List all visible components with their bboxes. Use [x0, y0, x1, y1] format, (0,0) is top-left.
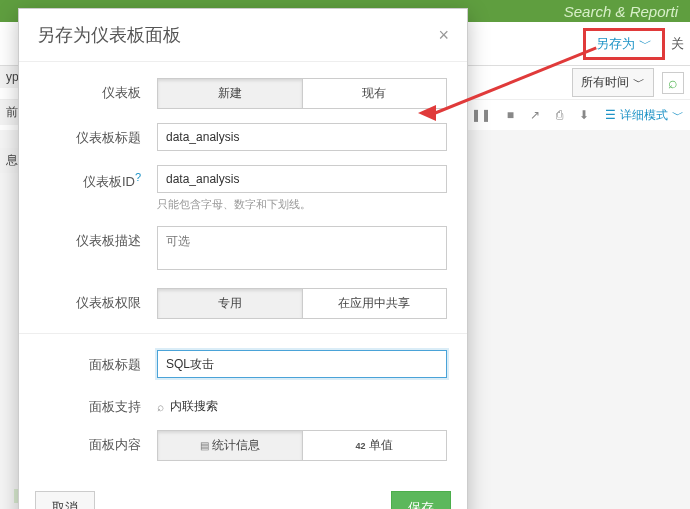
dashboard-id-hint: 只能包含字母、数字和下划线。: [157, 197, 447, 212]
modal-body: 仪表板 新建 现有 仪表板标题 仪表板ID? 只能包含字母、数字和下划线。 仪表…: [19, 62, 467, 481]
panel-support-text: 内联搜索: [170, 398, 218, 415]
share-icon[interactable]: ↗: [530, 108, 540, 122]
label-dash-perm: 仪表板权限: [39, 288, 157, 312]
seg-content-single[interactable]: 42 单值: [303, 430, 448, 461]
save-as-label: 另存为: [596, 35, 635, 53]
search-button[interactable]: ⌕: [662, 72, 684, 94]
print-icon[interactable]: ⎙: [556, 108, 563, 122]
detail-mode-label: 详细模式: [620, 107, 668, 124]
close-icon: ×: [438, 25, 449, 45]
panel-title-input[interactable]: [157, 350, 447, 378]
search-icon: ⌕: [157, 400, 164, 414]
seg-perm-private[interactable]: 专用: [157, 288, 303, 319]
seg-dashboard-existing[interactable]: 现有: [303, 78, 448, 109]
time-range-button[interactable]: 所有时间 ﹀: [572, 68, 654, 97]
modal-header: 另存为仪表板面板 ×: [19, 9, 467, 62]
seg-perm-shared[interactable]: 在应用中共享: [303, 288, 448, 319]
cancel-button[interactable]: 取消: [35, 491, 95, 509]
save-as-button[interactable]: 另存为 ﹀: [583, 28, 665, 60]
save-button[interactable]: 保存: [391, 491, 451, 509]
chevron-down-icon: ﹀: [633, 74, 645, 91]
dashboard-id-input[interactable]: [157, 165, 447, 193]
modal-title: 另存为仪表板面板: [37, 23, 181, 47]
help-icon[interactable]: ?: [135, 171, 141, 183]
segment-dashboard: 新建 现有: [157, 78, 447, 109]
pause-icon[interactable]: ❚❚: [471, 108, 491, 122]
list-icon: ☰: [605, 108, 616, 122]
divider: [19, 333, 467, 334]
dashboard-desc-textarea[interactable]: [157, 226, 447, 270]
table-icon: ▤: [200, 440, 212, 451]
segment-panel-content: ▤ 统计信息 42 单值: [157, 430, 447, 461]
label-dash-id: 仪表板ID?: [39, 165, 157, 191]
brand-text: Search & Reporti: [564, 3, 678, 20]
close-label: 关: [671, 35, 684, 53]
segment-permission: 专用 在应用中共享: [157, 288, 447, 319]
detail-mode-link[interactable]: ☰ 详细模式 ﹀: [605, 107, 684, 124]
search-icon: ⌕: [668, 74, 678, 92]
stop-icon[interactable]: ■: [507, 108, 514, 122]
label-panel-support: 面板支持: [39, 392, 157, 416]
modal-footer: 取消 保存: [19, 481, 467, 509]
panel-support-value: ⌕ 内联搜索: [157, 392, 447, 415]
save-as-dashboard-panel-modal: 另存为仪表板面板 × 仪表板 新建 现有 仪表板标题 仪表板ID? 只能包含字母…: [18, 8, 468, 509]
label-dashboard: 仪表板: [39, 78, 157, 102]
label-panel-title: 面板标题: [39, 350, 157, 374]
label-dash-desc: 仪表板描述: [39, 226, 157, 250]
seg-content-stats[interactable]: ▤ 统计信息: [157, 430, 303, 461]
chevron-down-icon: ﹀: [672, 107, 684, 124]
dashboard-title-input[interactable]: [157, 123, 447, 151]
modal-close-button[interactable]: ×: [438, 25, 449, 46]
download-icon[interactable]: ⬇: [579, 108, 589, 122]
single-value-badge: 42: [356, 441, 366, 451]
label-panel-content: 面板内容: [39, 430, 157, 454]
seg-dashboard-new[interactable]: 新建: [157, 78, 303, 109]
time-range-label: 所有时间: [581, 74, 629, 91]
label-dash-title: 仪表板标题: [39, 123, 157, 147]
chevron-down-icon: ﹀: [639, 35, 652, 53]
